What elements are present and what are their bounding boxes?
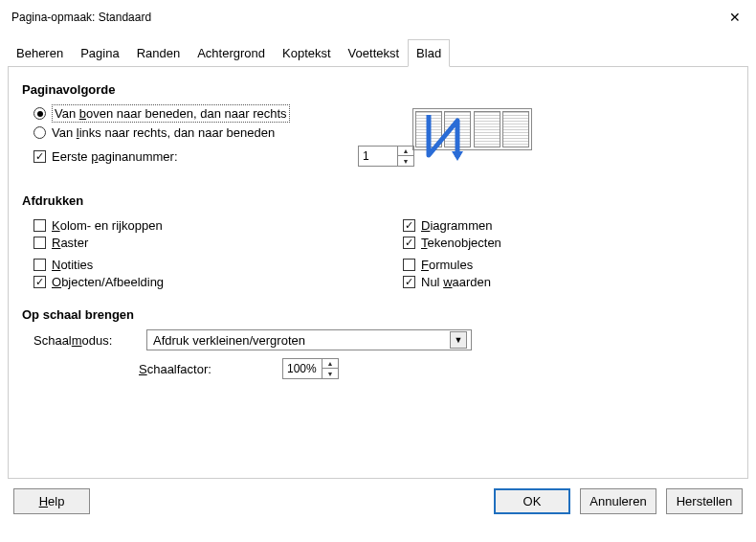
window-title: Pagina-opmaak: Standaard (11, 11, 151, 24)
radio-left-right-label: Van links naar rechts, dan naar beneden (52, 125, 275, 140)
mini-page-icon (502, 111, 529, 147)
check-first-page[interactable] (33, 150, 46, 163)
first-page-label: Eerste paginanummer: (52, 149, 358, 164)
scale-mode-select[interactable]: Afdruk verkleinen/vergroten ▼ (146, 329, 472, 350)
check-objecten[interactable] (33, 276, 46, 288)
section-scale-title: Op schaal brengen (22, 307, 734, 322)
scale-factor-spinner[interactable]: ▲ ▼ (282, 358, 339, 379)
mini-page-icon (444, 111, 471, 147)
radio-left-right[interactable] (33, 126, 46, 139)
tab-randen[interactable]: Randen (128, 39, 189, 67)
check-nulwaarden-label: Nul waarden (421, 275, 491, 289)
scale-mode-label: Schaalmodus: (33, 333, 139, 348)
check-kolom-label: Kolom- en rijkoppen (52, 218, 163, 233)
cancel-button[interactable]: Annuleren (580, 488, 656, 514)
scale-factor-label: Schaalfactor: (139, 362, 282, 376)
scale-factor-input[interactable] (283, 359, 322, 378)
spinner-down-icon[interactable]: ▼ (322, 369, 338, 378)
radio-top-down[interactable] (33, 107, 46, 120)
check-notities-label: Notities (52, 258, 93, 272)
reset-button[interactable]: Herstellen (666, 488, 743, 514)
tab-beheren[interactable]: Beheren (8, 39, 72, 67)
help-button[interactable]: Help (13, 488, 90, 514)
check-formules[interactable] (403, 259, 415, 271)
radio-top-down-label: Van boven naar beneden, dan naar rechts (52, 104, 290, 123)
check-tekenobjecten[interactable] (403, 237, 415, 249)
page-order-illustration (412, 108, 532, 150)
tab-bar: Beheren Pagina Randen Achtergrond Koptek… (8, 34, 748, 67)
tab-voettekst[interactable]: Voettekst (340, 39, 408, 67)
mini-page-icon (415, 111, 442, 147)
mini-page-icon (474, 111, 500, 147)
tab-koptekst[interactable]: Koptekst (274, 39, 340, 67)
check-notities[interactable] (33, 259, 46, 271)
check-diagrammen[interactable] (403, 219, 415, 232)
spinner-down-icon[interactable]: ▼ (398, 156, 413, 166)
check-diagrammen-label: Diagrammen (421, 218, 492, 233)
chevron-down-icon[interactable]: ▼ (450, 331, 467, 349)
check-nulwaarden[interactable] (403, 276, 415, 288)
tab-blad[interactable]: Blad (408, 39, 450, 67)
check-objecten-label: Objecten/Afbeelding (52, 275, 164, 289)
spinner-up-icon[interactable]: ▲ (322, 359, 338, 369)
check-raster[interactable] (33, 237, 46, 249)
tab-pagina[interactable]: Pagina (72, 39, 127, 67)
check-formules-label: Formules (421, 258, 473, 272)
check-kolom[interactable] (33, 219, 46, 232)
close-icon[interactable]: ✕ (725, 8, 745, 27)
spinner-up-icon[interactable]: ▲ (398, 147, 413, 156)
first-page-spinner[interactable]: ▲ ▼ (358, 146, 414, 167)
section-print-title: Afdrukken (22, 193, 734, 208)
panel-blad: Paginavolgorde Van boven naar beneden, d… (8, 67, 748, 479)
check-tekenobjecten-label: Tekenobjecten (421, 236, 501, 250)
check-raster-label: Raster (52, 236, 88, 250)
ok-button[interactable]: OK (494, 488, 570, 514)
section-page-order-title: Paginavolgorde (22, 82, 734, 97)
tab-achtergrond[interactable]: Achtergrond (189, 39, 274, 67)
scale-mode-value: Afdruk verkleinen/vergroten (153, 333, 305, 348)
first-page-input[interactable] (359, 147, 397, 166)
